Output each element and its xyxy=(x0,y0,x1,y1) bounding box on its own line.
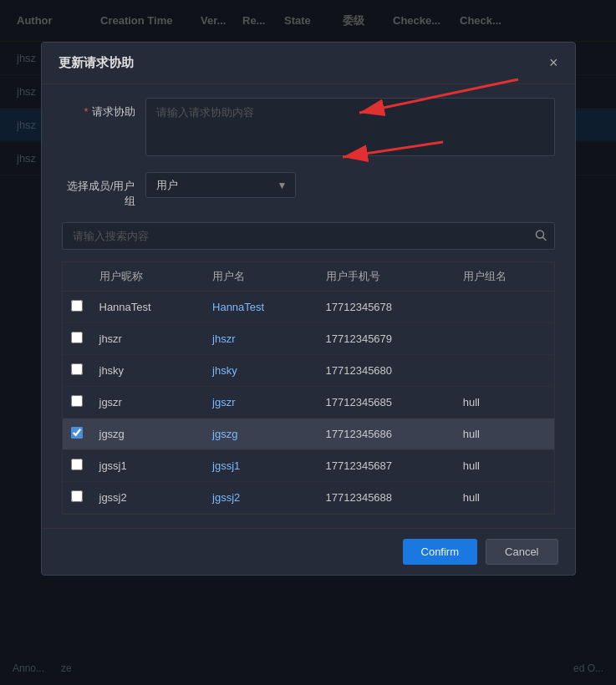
required-star: * xyxy=(84,105,88,118)
row-checkbox[interactable] xyxy=(71,363,83,375)
row-group xyxy=(455,292,554,323)
modal-dialog: 更新请求协助 × *请求协助 选择成员/用户组 xyxy=(41,42,576,576)
user-table: 用户昵称 用户名 用户手机号 用户组名 HannaTestHannaTest17… xyxy=(63,262,554,514)
th-phone: 用户手机号 xyxy=(318,262,455,292)
row-group xyxy=(455,355,554,387)
table-row: HannaTestHannaTest17712345678 xyxy=(63,292,554,323)
row-nickname: jgssj2 xyxy=(91,482,205,514)
row-nickname: jgssj1 xyxy=(91,450,205,482)
request-help-textarea[interactable] xyxy=(145,98,555,156)
select-member-control: 用户 用户组 ▼ xyxy=(145,172,555,198)
search-input[interactable] xyxy=(62,222,555,250)
th-group: 用户组名 xyxy=(455,262,554,292)
row-checkbox-cell xyxy=(63,323,91,355)
row-username: jgssj2 xyxy=(204,482,318,514)
row-checkbox[interactable] xyxy=(71,395,83,407)
table-header-row: 用户昵称 用户名 用户手机号 用户组名 xyxy=(63,262,554,292)
table-row: jgssj1jgssj117712345687hull xyxy=(63,450,554,482)
select-wrap: 用户 用户组 ▼ xyxy=(145,172,296,198)
row-checkbox[interactable] xyxy=(71,490,83,502)
table-row: jgssj2jgssj217712345688hull xyxy=(63,482,554,514)
row-checkbox[interactable] xyxy=(71,427,83,439)
row-nickname: jgszr xyxy=(91,387,205,419)
row-checkbox-cell xyxy=(63,387,91,419)
modal-backdrop: 更新请求协助 × *请求协助 选择成员/用户组 xyxy=(0,0,616,685)
row-group: hull xyxy=(455,482,554,514)
row-phone: 17712345680 xyxy=(318,355,455,387)
row-group: hull xyxy=(455,450,554,482)
row-checkbox-cell xyxy=(63,355,91,387)
row-checkbox[interactable] xyxy=(71,459,83,470)
row-username: HannaTest xyxy=(204,292,318,323)
table-row: jgszrjgszr17712345685hull xyxy=(63,387,554,419)
search-wrap xyxy=(62,222,555,250)
cancel-button[interactable]: Cancel xyxy=(486,539,557,565)
confirm-button[interactable]: Confirm xyxy=(403,539,478,565)
request-help-row: *请求协助 xyxy=(62,98,555,159)
row-nickname: jhsky xyxy=(91,355,205,387)
request-help-control xyxy=(145,98,555,159)
row-phone: 17712345685 xyxy=(318,387,455,419)
row-nickname: jhszr xyxy=(91,323,205,355)
row-phone: 17712345679 xyxy=(318,323,455,355)
modal-title: 更新请求协助 xyxy=(59,55,134,71)
row-phone: 17712345688 xyxy=(318,482,455,514)
svg-line-1 xyxy=(542,237,546,241)
th-checkbox xyxy=(63,262,91,292)
row-nickname: jgszg xyxy=(91,419,205,450)
request-help-label: *请求协助 xyxy=(62,98,145,119)
select-member-label: 选择成员/用户组 xyxy=(62,172,145,209)
row-checkbox-cell xyxy=(63,292,91,323)
modal-footer: Confirm Cancel xyxy=(42,528,575,575)
row-checkbox[interactable] xyxy=(71,300,83,312)
table-row: jhszrjhszr17712345679 xyxy=(63,323,554,355)
modal-header: 更新请求协助 × xyxy=(42,43,575,84)
row-username: jgssj1 xyxy=(204,450,318,482)
row-username: jhsky xyxy=(204,355,318,387)
row-username: jgszr xyxy=(204,387,318,419)
row-checkbox-cell xyxy=(63,482,91,514)
table-row: jhskyjhsky17712345680 xyxy=(63,355,554,387)
th-nickname: 用户昵称 xyxy=(91,262,205,292)
user-table-wrap: 用户昵称 用户名 用户手机号 用户组名 HannaTestHannaTest17… xyxy=(62,261,555,515)
row-phone: 17712345687 xyxy=(318,450,455,482)
row-group: hull xyxy=(455,419,554,450)
modal-close-button[interactable]: × xyxy=(549,54,558,72)
table-row: jgszgjgszg17712345686hull xyxy=(63,419,554,450)
row-username: jhszr xyxy=(204,323,318,355)
th-username: 用户名 xyxy=(204,262,318,292)
row-checkbox[interactable] xyxy=(71,332,83,343)
select-member-row: 选择成员/用户组 用户 用户组 ▼ xyxy=(62,172,555,209)
row-checkbox-cell xyxy=(63,450,91,482)
search-icon xyxy=(535,229,547,243)
modal-body: *请求协助 选择成员/用户组 用户 用户组 ▼ xyxy=(42,84,575,528)
member-type-select[interactable]: 用户 用户组 xyxy=(145,172,296,198)
row-group xyxy=(455,323,554,355)
row-checkbox-cell xyxy=(63,419,91,450)
row-group: hull xyxy=(455,387,554,419)
row-username: jgszg xyxy=(204,419,318,450)
row-phone: 17712345686 xyxy=(318,419,455,450)
row-nickname: HannaTest xyxy=(91,292,205,323)
row-phone: 17712345678 xyxy=(318,292,455,323)
